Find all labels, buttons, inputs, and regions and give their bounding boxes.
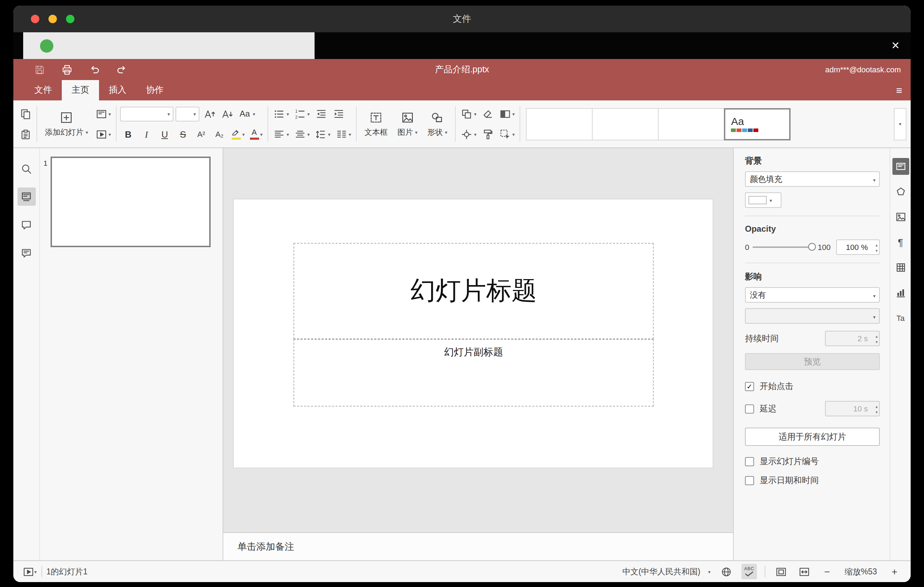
chevron-down-icon: ▾ xyxy=(109,132,111,137)
subtitle-placeholder[interactable]: 幻灯片副标题 xyxy=(294,339,654,407)
background-fill-select[interactable]: 颜色填充▾ xyxy=(745,171,880,187)
chat-panel-button[interactable] xyxy=(17,244,35,262)
show-slide-number-checkbox[interactable] xyxy=(745,457,754,466)
opacity-input[interactable]: 100 %▴▾ xyxy=(836,239,880,255)
language-selector[interactable]: 中文(中华人民共和国) xyxy=(622,566,700,577)
font-name-select[interactable]: ▾ xyxy=(120,106,173,121)
menu-icon[interactable]: ≡ xyxy=(896,80,902,101)
background-color-select[interactable]: ▾ xyxy=(745,192,782,208)
align-shape-button[interactable]: ▾ xyxy=(459,126,478,143)
paste-button[interactable] xyxy=(18,126,33,143)
chart-settings-button[interactable] xyxy=(892,284,909,301)
subscript-button[interactable]: A₂ xyxy=(211,126,228,143)
transition-type-select: ▾ xyxy=(745,308,880,324)
change-case-button[interactable]: Aa▾ xyxy=(237,106,257,122)
superscript-button[interactable]: A² xyxy=(193,126,209,143)
decrease-font-size-button[interactable] xyxy=(219,106,234,122)
save-button[interactable] xyxy=(31,62,47,77)
spin-up-icon: ▴ xyxy=(876,333,878,338)
tab-home[interactable]: 主页 xyxy=(62,80,99,101)
columns-button[interactable]: ▾ xyxy=(334,126,353,143)
vertical-align-button[interactable]: ▾ xyxy=(292,126,311,143)
opacity-slider[interactable] xyxy=(753,246,814,248)
spin-down-icon[interactable]: ▾ xyxy=(876,247,878,253)
tab-file[interactable]: 文件 xyxy=(25,80,62,101)
tab-collaboration[interactable]: 协作 xyxy=(136,80,173,101)
add-slide-button[interactable]: 添加幻灯片▾ xyxy=(41,109,92,139)
insert-textbox-button[interactable]: 文本框 xyxy=(360,109,392,139)
close-icon[interactable]: × xyxy=(892,37,899,54)
undo-button[interactable] xyxy=(86,62,102,77)
increase-font-size-button[interactable] xyxy=(201,106,217,122)
chevron-down-icon: ▾ xyxy=(307,111,310,116)
slide-size-button[interactable]: ▾ xyxy=(497,106,516,122)
fit-to-width-button[interactable] xyxy=(796,564,812,579)
fit-to-slide-button[interactable] xyxy=(773,564,789,579)
decrease-indent-button[interactable] xyxy=(313,106,328,122)
line-spacing-button[interactable]: ▾ xyxy=(313,126,332,143)
clear-style-button[interactable] xyxy=(480,106,495,122)
search-button[interactable] xyxy=(17,159,35,178)
title-placeholder[interactable]: 幻灯片标题 xyxy=(294,243,654,339)
document-language-button[interactable] xyxy=(718,564,734,579)
insert-image-button[interactable]: 图片▾ xyxy=(393,109,422,139)
comments-panel-button[interactable] xyxy=(17,216,35,234)
copy-style-button[interactable] xyxy=(480,126,495,143)
bullets-button[interactable]: ▾ xyxy=(272,106,290,122)
strikethrough-button[interactable]: S xyxy=(175,126,191,143)
notes-area[interactable]: 单击添加备注 xyxy=(223,532,733,560)
decrease-font-icon xyxy=(221,108,233,120)
image-settings-button[interactable] xyxy=(892,209,909,225)
underline-button[interactable]: U xyxy=(157,126,173,143)
chat-icon xyxy=(20,247,32,259)
transition-effect-select[interactable]: 没有▾ xyxy=(745,287,880,303)
highlight-color-button[interactable]: ▾ xyxy=(229,126,246,143)
textart-settings-button[interactable]: Ta xyxy=(892,310,909,326)
delay-checkbox[interactable] xyxy=(745,404,754,413)
select-tool-button[interactable]: ▾ xyxy=(497,126,516,143)
horizontal-align-button[interactable]: ▾ xyxy=(272,126,290,143)
show-date-time-checkbox[interactable] xyxy=(745,476,754,485)
slide[interactable]: 幻灯片标题 幻灯片副标题 xyxy=(233,199,713,468)
tab-insert[interactable]: 插入 xyxy=(99,80,136,101)
slide-settings-button[interactable] xyxy=(892,158,909,175)
chevron-down-icon: ▾ xyxy=(307,132,310,137)
bold-button[interactable]: B xyxy=(120,126,136,143)
theme-tile[interactable] xyxy=(592,108,658,140)
image-label: 图片 xyxy=(398,127,413,137)
start-on-click-checkbox[interactable]: ✓ xyxy=(745,382,754,391)
theme-gallery-expand-button[interactable]: ▾ xyxy=(894,108,906,140)
slide-layout-button[interactable]: ▾ xyxy=(94,106,112,122)
apply-to-all-slides-button[interactable]: 适用于所有幻灯片 xyxy=(745,428,880,446)
numbering-button[interactable]: 12▾ xyxy=(292,106,311,122)
arrange-shape-button[interactable]: ▾ xyxy=(459,106,478,122)
spin-up-icon[interactable]: ▴ xyxy=(876,242,878,247)
vertical-align-icon xyxy=(294,128,306,140)
slides-panel-button[interactable] xyxy=(17,188,35,206)
paragraph-settings-button[interactable]: ¶ xyxy=(892,234,909,251)
print-button[interactable] xyxy=(59,62,74,77)
opacity-slider-knob[interactable] xyxy=(808,243,815,251)
theme-tile[interactable] xyxy=(658,108,724,140)
spinner-arrows[interactable]: ▴▾ xyxy=(876,242,878,253)
increase-indent-button[interactable] xyxy=(331,106,346,122)
spellcheck-button[interactable]: ABC xyxy=(741,564,757,579)
duration-label: 持续时间 xyxy=(745,333,779,345)
copy-button[interactable] xyxy=(18,106,33,122)
start-preview-button[interactable]: ▾ xyxy=(94,126,112,143)
slide-thumbnails-panel: 1 xyxy=(40,148,223,560)
font-size-select[interactable]: ▾ xyxy=(175,106,200,121)
shape-settings-button[interactable] xyxy=(892,183,909,200)
italic-button[interactable]: I xyxy=(138,126,155,143)
font-color-button[interactable]: A▾ xyxy=(248,126,264,143)
redo-button[interactable] xyxy=(114,62,129,77)
theme-tile-selected[interactable]: Aa xyxy=(724,108,790,140)
table-settings-button[interactable] xyxy=(892,259,909,276)
slide-thumbnail-1[interactable] xyxy=(51,157,211,247)
start-slideshow-button[interactable]: ▾ xyxy=(22,564,37,579)
zoom-in-button[interactable]: + xyxy=(887,564,902,579)
theme-tile[interactable] xyxy=(526,108,592,140)
preview-play-icon xyxy=(95,128,107,140)
insert-shape-button[interactable]: 形状▾ xyxy=(423,109,452,139)
zoom-out-button[interactable]: − xyxy=(819,564,835,579)
